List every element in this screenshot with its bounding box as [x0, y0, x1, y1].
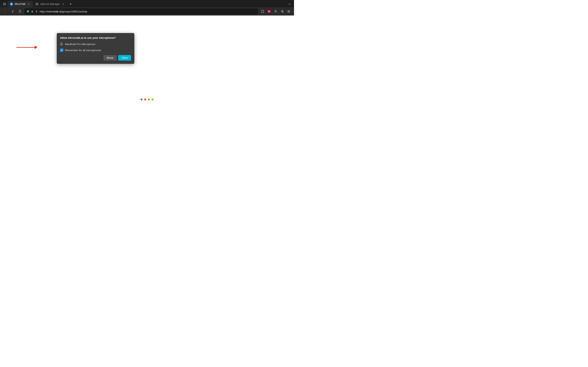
svg-rect-3	[5, 4, 6, 5]
tab-expand-button[interactable]	[287, 1, 292, 7]
block-button[interactable]: Block	[104, 55, 117, 60]
permission-dialog-buttons: Block Allow	[60, 55, 131, 60]
tab-bar: MirrorTalk ✕ Add-ons Manager ✕ +	[0, 0, 294, 7]
microphone-icon	[60, 42, 63, 46]
lock-icon	[31, 10, 34, 13]
reload-button[interactable]	[17, 8, 23, 14]
addons-favicon	[35, 2, 39, 6]
nav-icons-right	[260, 8, 292, 14]
loading-dot-4	[151, 99, 154, 100]
address-bar-url: https://mirrortalk.ai/groups/16652/activ…	[40, 10, 256, 13]
checkbox-check-icon: ✓	[61, 49, 63, 51]
remember-checkbox[interactable]: ✓	[60, 49, 63, 52]
mirrortalk-favicon	[10, 2, 13, 6]
address-bar-mic-icon	[35, 10, 38, 13]
forward-button[interactable]	[10, 8, 16, 14]
permission-dialog-title: Allow mirrortalk.ai to use your micropho…	[60, 36, 131, 39]
loading-dot-1	[140, 99, 143, 100]
remember-checkbox-row: ✓ Remember for all microphones	[60, 49, 131, 52]
new-tab-button[interactable]: +	[68, 1, 73, 7]
tab-addons-title: Add-ons Manager	[40, 3, 60, 6]
tab-mirrortalk[interactable]: MirrorTalk ✕	[7, 1, 33, 7]
allow-button[interactable]: Allow	[118, 55, 131, 60]
account-button[interactable]	[273, 8, 278, 14]
svg-rect-0	[3, 3, 4, 4]
mic-device-label: MacBook Pro Microphone	[65, 43, 95, 46]
page-content: Allow mirrortalk.ai to use your micropho…	[0, 16, 294, 184]
svg-rect-12	[36, 10, 37, 12]
svg-point-15	[275, 10, 276, 11]
mic-device-row: MacBook Pro Microphone	[60, 42, 131, 46]
svg-rect-7	[36, 3, 37, 4]
security-icon	[26, 10, 29, 13]
menu-button[interactable]	[286, 8, 292, 14]
tab-addons[interactable]: Add-ons Manager ✕	[33, 1, 67, 7]
remember-checkbox-label: Remember for all microphones	[65, 49, 101, 52]
svg-rect-1	[5, 3, 6, 4]
svg-rect-19	[287, 12, 290, 12]
svg-rect-18	[287, 11, 290, 12]
pocket-button[interactable]	[266, 8, 272, 14]
nav-bar: https://mirrortalk.ai/groups/16652/activ…	[0, 7, 294, 16]
svg-rect-17	[287, 10, 290, 11]
svg-point-6	[11, 4, 12, 5]
tab-list-button[interactable]	[2, 1, 7, 7]
permission-dialog: Allow mirrortalk.ai to use your micropho…	[57, 33, 134, 64]
svg-rect-9	[36, 4, 37, 5]
bookmark-button[interactable]	[260, 8, 265, 14]
url-domain: mirrortalk.ai	[48, 10, 61, 13]
svg-rect-2	[3, 4, 4, 5]
address-bar[interactable]: https://mirrortalk.ai/groups/16652/activ…	[25, 8, 258, 15]
loading-dots	[140, 99, 154, 100]
svg-rect-8	[37, 3, 38, 4]
svg-rect-14	[268, 10, 270, 13]
tab-mirrortalk-close[interactable]: ✕	[27, 2, 30, 6]
tab-mirrortalk-title: MirrorTalk	[15, 3, 26, 6]
svg-rect-11	[31, 11, 33, 12]
red-arrow	[16, 46, 38, 49]
loading-dot-3	[148, 99, 150, 100]
svg-rect-16	[282, 11, 283, 13]
tab-addons-close[interactable]: ✕	[61, 2, 65, 6]
svg-rect-10	[37, 4, 38, 5]
svg-rect-20	[61, 42, 62, 44]
extensions-button[interactable]	[279, 8, 285, 14]
back-button[interactable]	[2, 8, 8, 14]
loading-dot-2	[144, 99, 146, 100]
